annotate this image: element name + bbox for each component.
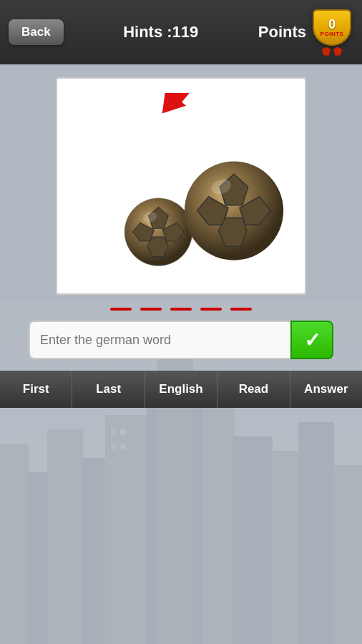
svg-rect-10: [271, 451, 300, 644]
first-button[interactable]: First: [0, 371, 72, 408]
svg-rect-4: [82, 458, 107, 644]
dash-2: [140, 308, 162, 311]
points-value: 0: [328, 18, 336, 31]
badge-ribbon: [322, 47, 342, 56]
checkmark-icon: ✓: [304, 328, 321, 352]
submit-button[interactable]: ✓: [290, 321, 333, 359]
svg-rect-16: [120, 444, 126, 449]
points-label: Points: [258, 23, 306, 42]
image-container: [56, 77, 306, 295]
dash-3: [170, 308, 192, 311]
ribbon-left: [322, 47, 331, 56]
header: Back Hints :119 Points 0 POINTS: [0, 0, 362, 64]
dashes-separator: [0, 308, 362, 311]
svg-rect-8: [202, 401, 235, 644]
svg-rect-13: [111, 429, 117, 435]
points-section: Points 0 POINTS: [258, 9, 353, 56]
bottom-buttons: First Last English Read Answer: [0, 371, 362, 408]
dash-1: [110, 308, 132, 311]
svg-marker-23: [152, 93, 204, 122]
read-button[interactable]: Read: [217, 371, 290, 408]
svg-rect-15: [111, 444, 117, 449]
svg-rect-3: [47, 429, 83, 644]
svg-rect-2: [27, 472, 49, 644]
points-sub-label: POINTS: [321, 31, 344, 37]
badge: 0 POINTS: [310, 9, 353, 56]
dash-5: [230, 308, 252, 311]
answer-button[interactable]: Answer: [290, 371, 362, 408]
svg-rect-14: [120, 429, 126, 435]
ribbon-right: [333, 47, 342, 56]
svg-rect-12: [333, 465, 362, 644]
svg-rect-11: [298, 422, 334, 644]
soccer-scene-svg: [72, 93, 290, 279]
input-row: ✓: [29, 321, 333, 359]
dash-4: [200, 308, 222, 311]
english-button[interactable]: English: [145, 371, 217, 408]
hints-display: Hints :119: [64, 23, 258, 42]
last-button[interactable]: Last: [72, 371, 145, 408]
german-word-input[interactable]: [29, 321, 290, 359]
back-button[interactable]: Back: [9, 19, 64, 45]
svg-rect-9: [233, 436, 273, 644]
badge-shield: 0 POINTS: [313, 9, 351, 46]
svg-rect-1: [0, 444, 29, 644]
